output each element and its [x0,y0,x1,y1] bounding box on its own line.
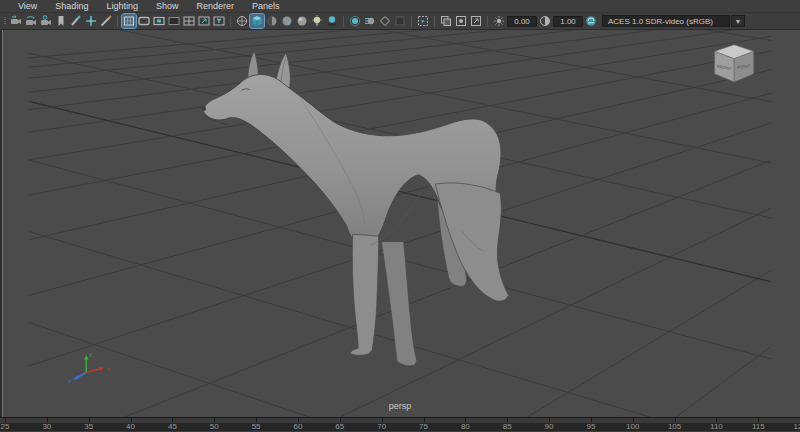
gamma-icon[interactable] [538,14,552,28]
toolbar-separator [487,16,488,27]
toolbar-separator [434,16,435,27]
film-gate-icon[interactable] [137,14,151,28]
field-chart-icon[interactable] [182,14,196,28]
xray-joints-icon[interactable] [454,14,468,28]
viewport-3d[interactable]: FRONT RIGHT x y z persp [0,29,800,417]
toolbar-separator [411,16,412,27]
colorspace-dropdown[interactable]: ACES 1.0 SDR-video (sRGB) [602,15,730,27]
menu-shading[interactable]: Shading [47,0,96,12]
timeline-tick-label[interactable]: 30 [42,422,51,431]
shadows-icon[interactable] [325,14,339,28]
gate-mask-icon[interactable] [167,14,181,28]
timeline-tick-label[interactable]: 80 [461,422,470,431]
timeline-tick-label[interactable]: 95 [586,422,595,431]
image-plane-icon[interactable] [69,14,83,28]
occlusion-icon[interactable] [348,14,362,28]
axis-gizmo: x y z [69,351,110,384]
panel-toolbar: ⁞ [0,13,800,29]
time-slider[interactable]: 2530354045505560657075808590951001051101… [0,417,800,431]
dog-far-front-leg [381,242,416,366]
timeline-tick-label[interactable]: 35 [84,422,93,431]
timeline-tick-label[interactable]: 60 [293,422,302,431]
view-transform-icon[interactable] [584,14,598,28]
lighting-icon[interactable] [310,14,324,28]
toolbar-separator [343,16,344,27]
wireframe-icon[interactable] [235,14,249,28]
camera-select-icon[interactable] [9,14,23,28]
timeline-tick-label[interactable]: 75 [419,422,428,431]
timeline-tick-label[interactable]: 100 [626,422,639,431]
xray-active-icon[interactable] [469,14,483,28]
panel-menubar: View Shading Lighting Show Renderer Pane… [0,0,800,13]
menu-lighting[interactable]: Lighting [98,0,146,12]
isolate-select-icon[interactable] [416,14,430,28]
timeline-tick-label[interactable]: 50 [210,422,219,431]
toolbar-grip[interactable]: ⁞ [2,17,8,25]
depth-peel-icon[interactable] [393,14,407,28]
timeline-tick-label[interactable]: 105 [668,422,681,431]
dog-nose [202,107,206,111]
menu-renderer[interactable]: Renderer [188,0,242,12]
grid-toggle-icon[interactable] [122,14,136,28]
timeline-tick-label[interactable]: 65 [335,422,344,431]
measure-icon[interactable] [99,14,113,28]
timeline-tick-label[interactable]: 40 [126,422,135,431]
resolution-gate-icon[interactable] [152,14,166,28]
gamma-field[interactable]: 1.00 [553,16,583,27]
menu-view[interactable]: View [10,0,45,12]
timeline-tick-label[interactable]: 45 [168,422,177,431]
toolbar-separator [230,16,231,27]
antialias-icon[interactable] [378,14,392,28]
exposure-icon[interactable] [492,14,506,28]
viewport-left-border [0,30,3,417]
dog-model[interactable] [202,51,508,365]
exposure-field[interactable]: 0.00 [507,16,537,27]
menu-show[interactable]: Show [148,0,187,12]
safe-action-icon[interactable] [197,14,211,28]
dog-near-front-leg [351,234,379,355]
timeline-tick-label[interactable]: 25 [1,422,10,431]
timeline-tick-label[interactable]: 115 [752,422,765,431]
default-material-icon[interactable] [295,14,309,28]
xray-icon[interactable] [439,14,453,28]
axis-z-label: z [69,378,72,384]
axis-x-label: x [107,366,110,372]
menu-panels[interactable]: Panels [244,0,288,12]
timeline-tick-label[interactable]: 55 [252,422,261,431]
toolbar-separator [117,16,118,27]
bookmark-icon[interactable] [54,14,68,28]
motion-blur-icon[interactable] [363,14,377,28]
camera-name-label[interactable]: persp [389,401,412,411]
textured-icon[interactable] [280,14,294,28]
safe-title-icon[interactable] [212,14,226,28]
wireframe-on-shaded-icon[interactable] [265,14,279,28]
viewport-canvas: FRONT RIGHT x y z [0,30,800,417]
axis-y-label: y [89,351,92,357]
timeline-tick-label[interactable]: 70 [377,422,386,431]
timeline-tick-label[interactable]: 110 [710,422,723,431]
timeline-tick-label[interactable]: 85 [503,422,512,431]
colorspace-dropdown-arrow[interactable]: ▼ [731,15,745,27]
timeline-tick-label[interactable]: 120 [793,422,800,431]
pan-zoom-icon[interactable] [84,14,98,28]
camera-roll-icon[interactable] [39,14,53,28]
timeline-tick-label[interactable]: 90 [545,422,554,431]
maya-viewport-panel: View Shading Lighting Show Renderer Pane… [0,0,800,432]
camera-orbit-icon[interactable] [24,14,38,28]
shaded-icon[interactable] [250,14,264,28]
view-cube[interactable]: FRONT RIGHT [715,45,754,82]
